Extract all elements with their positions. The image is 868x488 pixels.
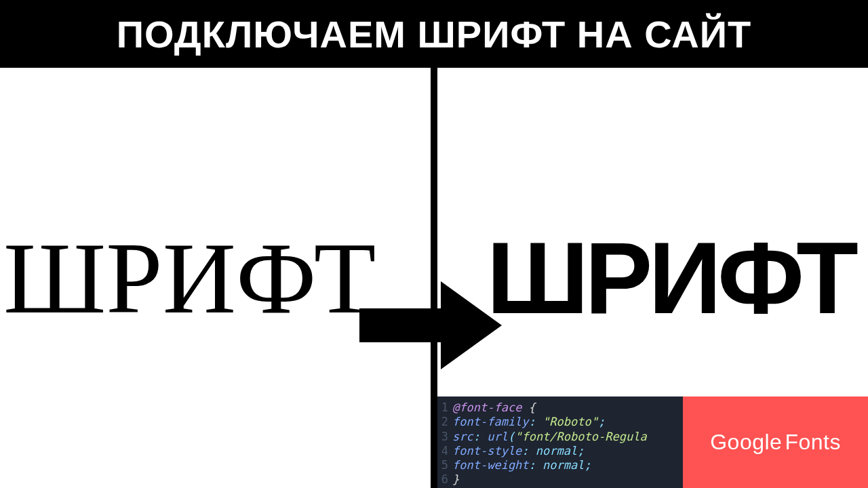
google-fonts-logo: GoogleFonts — [710, 430, 841, 455]
line-number: 3 — [437, 430, 452, 444]
code-text: @font-face { — [452, 401, 536, 415]
vertical-divider — [431, 68, 437, 488]
code-text: font-weight: normal; — [452, 458, 591, 472]
line-number: 5 — [437, 458, 452, 472]
left-panel: ШРИФТ — [0, 68, 431, 488]
arrow-right-icon — [359, 281, 502, 369]
line-number: 6 — [437, 472, 452, 487]
page-title: ПОДКЛЮЧАЕМ ШРИФТ НА САЙТ — [117, 12, 752, 56]
header-bar: ПОДКЛЮЧАЕМ ШРИФТ НА САЙТ — [0, 0, 868, 68]
sans-font-sample: ШРИФТ — [486, 220, 854, 337]
code-text: font-family: "Roboto"; — [452, 415, 605, 429]
code-text: } — [452, 472, 459, 487]
code-line: 5font-weight: normal; — [437, 458, 683, 472]
code-line: 3src: url("font/Roboto-Regula — [437, 430, 683, 444]
main-area: ШРИФТ ШРИФТ 1@font-face {2font-family: "… — [0, 68, 868, 488]
line-number: 4 — [437, 444, 452, 458]
code-text: src: url("font/Roboto-Regula — [452, 430, 647, 444]
code-line: 4font-style: normal; — [437, 444, 683, 458]
bottom-strip: 1@font-face {2font-family: "Roboto";3src… — [437, 396, 868, 488]
code-line: 2font-family: "Roboto"; — [437, 415, 683, 429]
google-fonts-badge: GoogleFonts — [683, 396, 868, 488]
code-line: 6} — [437, 472, 683, 487]
code-snippet: 1@font-face {2font-family: "Roboto";3src… — [437, 396, 683, 488]
google-fonts-logo-google: Google — [710, 430, 782, 454]
code-line: 1@font-face { — [437, 401, 683, 415]
right-panel: ШРИФТ 1@font-face {2font-family: "Roboto… — [437, 68, 868, 488]
line-number: 1 — [437, 401, 452, 415]
code-text: font-style: normal; — [452, 444, 585, 458]
google-fonts-logo-fonts: Fonts — [785, 430, 841, 454]
line-number: 2 — [437, 415, 452, 429]
serif-font-sample: ШРИФТ — [3, 220, 376, 336]
